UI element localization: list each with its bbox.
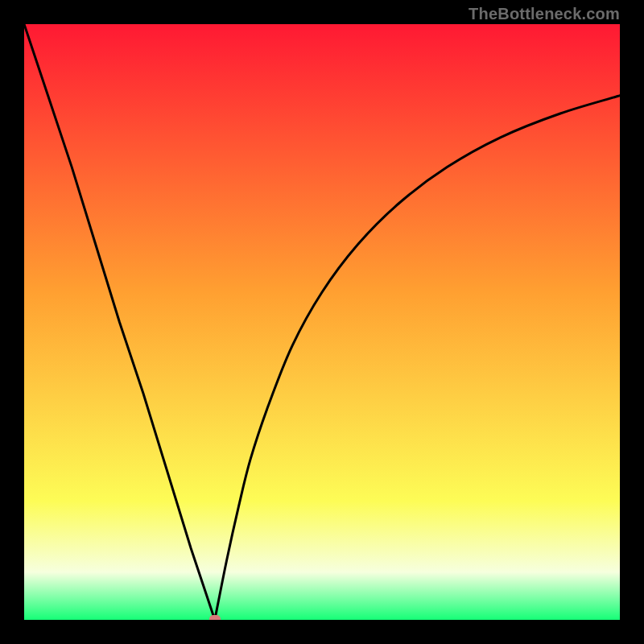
minimum-marker: [209, 615, 221, 620]
chart-frame: TheBottleneck.com: [0, 0, 644, 644]
chart-svg: [24, 24, 620, 620]
watermark-text: TheBottleneck.com: [469, 5, 620, 23]
gradient-background: [24, 24, 620, 620]
plot-area: [24, 24, 620, 620]
